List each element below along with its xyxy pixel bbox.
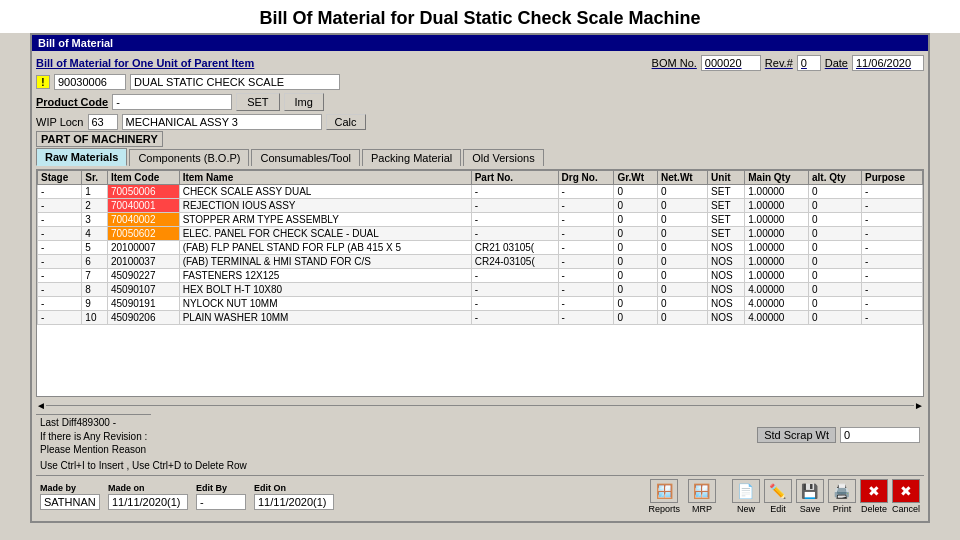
product-code-label: Product Code [36,96,108,108]
table-row[interactable]: -470050602ELEC. PANEL FOR CHECK SCALE - … [38,227,923,241]
table-row[interactable]: -620100037(FAB) TERMINAL & HMI STAND FOR… [38,255,923,269]
edit-on-label: Edit On [254,483,334,493]
tab-packing[interactable]: Packing Material [362,149,461,166]
tab-consumables[interactable]: Consumables/Tool [251,149,360,166]
cell-alt_qty: 0 [809,297,862,311]
print-label: Print [833,504,852,514]
edit-on-input[interactable] [254,494,334,510]
rev-input[interactable] [797,55,821,71]
cell-net_wt: 0 [658,311,708,325]
reports-label: Reports [648,504,680,514]
table-row[interactable]: -270040001REJECTION IOUS ASSY--00SET1.00… [38,199,923,213]
wip-description-input[interactable] [122,114,322,130]
tab-old-versions[interactable]: Old Versions [463,149,543,166]
cell-net_wt: 0 [658,297,708,311]
warning-icon: ! [36,75,50,89]
cell-sr: 3 [82,213,108,227]
scroll-right-icon[interactable]: ► [914,400,924,411]
bom-header-row: Bill of Material for One Unit of Parent … [36,55,924,71]
img-button[interactable]: Img [284,93,324,111]
new-button[interactable]: 📄 New [732,479,760,514]
cell-unit: NOS [708,269,745,283]
cell-sr: 4 [82,227,108,241]
cell-net_wt: 0 [658,269,708,283]
table-row[interactable]: -370040002STOPPER ARM TYPE ASSEMBLY--00S… [38,213,923,227]
scroll-left-icon[interactable]: ◄ [36,400,46,411]
bom-header-link[interactable]: Bill of Material for One Unit of Parent … [36,57,254,69]
set-button[interactable]: SET [236,93,279,111]
cell-drg_no: - [558,311,614,325]
cell-drg_no: - [558,241,614,255]
std-scrap-input[interactable] [840,427,920,443]
mrp-icon: 🪟 [688,479,716,503]
edit-icon: ✏️ [764,479,792,503]
cell-main_qty: 4.00000 [745,297,809,311]
product-code-input[interactable] [54,74,126,90]
table-row[interactable]: -170050006CHECK SCALE ASSY DUAL--00SET1.… [38,185,923,199]
tab-raw-materials[interactable]: Raw Materials [36,148,127,166]
table-row[interactable]: -520100007(FAB) FLP PANEL STAND FOR FLP … [38,241,923,255]
cell-item_code: 70050602 [107,227,179,241]
date-input[interactable] [852,55,924,71]
made-on-group: Made on [108,483,188,510]
bom-table-container[interactable]: Stage Sr. Item Code Item Name Part No. D… [36,169,924,397]
table-row[interactable]: -945090191NYLOCK NUT 10MM--00NOS4.000000… [38,297,923,311]
cell-main_qty: 4.00000 [745,311,809,325]
table-row[interactable]: -1045090206PLAIN WASHER 10MM--00NOS4.000… [38,311,923,325]
made-on-input[interactable] [108,494,188,510]
cancel-button[interactable]: ✖ Cancel [892,479,920,514]
cell-item_code: 70040001 [107,199,179,213]
made-by-input[interactable] [40,494,100,510]
reports-button[interactable]: 🪟 Reports [648,479,680,514]
cell-unit: NOS [708,297,745,311]
cell-main_qty: 1.00000 [745,269,809,283]
cell-alt_qty: 0 [809,255,862,269]
cell-item_name: ELEC. PANEL FOR CHECK SCALE - DUAL [179,227,471,241]
cell-item_name: HEX BOLT H-T 10X80 [179,283,471,297]
reports-icon: 🪟 [650,479,678,503]
delete-button[interactable]: ✖ Delete [860,479,888,514]
cell-net_wt: 0 [658,199,708,213]
wip-value-input[interactable] [88,114,118,130]
cell-part_no: CR24-03105( [471,255,558,269]
table-row[interactable]: -745090227FASTENERS 12X125--00NOS1.00000… [38,269,923,283]
cell-main_qty: 4.00000 [745,283,809,297]
edit-button[interactable]: ✏️ Edit [764,479,792,514]
cell-gr_wt: 0 [614,311,658,325]
cell-gr_wt: 0 [614,297,658,311]
product-name-input[interactable] [130,74,340,90]
cell-main_qty: 1.00000 [745,213,809,227]
bom-no-input[interactable] [701,55,761,71]
col-part-no: Part No. [471,171,558,185]
mrp-button[interactable]: 🪟 MRP [688,479,716,514]
col-main-qty: Main Qty [745,171,809,185]
tab-components[interactable]: Components (B.O.P) [129,149,249,166]
save-button[interactable]: 💾 Save [796,479,824,514]
cell-purpose: - [862,297,923,311]
col-sr: Sr. [82,171,108,185]
table-row[interactable]: -845090107HEX BOLT H-T 10X80--00NOS4.000… [38,283,923,297]
wip-row: WIP Locn Calc [36,114,924,130]
cell-drg_no: - [558,213,614,227]
product-dash-input[interactable] [112,94,232,110]
cell-drg_no: - [558,227,614,241]
date-label: Date [825,57,848,69]
wip-label: WIP Locn [36,116,84,128]
cell-sr: 9 [82,297,108,311]
save-label: Save [800,504,821,514]
cell-main_qty: 1.00000 [745,255,809,269]
cell-purpose: - [862,255,923,269]
cell-item_name: REJECTION IOUS ASSY [179,199,471,213]
cell-item_code: 45090191 [107,297,179,311]
delete-label: Delete [861,504,887,514]
calc-button[interactable]: Calc [326,114,366,130]
cell-item_name: PLAIN WASHER 10MM [179,311,471,325]
cell-item_name: NYLOCK NUT 10MM [179,297,471,311]
save-icon: 💾 [796,479,824,503]
edit-by-input[interactable] [196,494,246,510]
cell-part_no: - [471,213,558,227]
print-button[interactable]: 🖨️ Print [828,479,856,514]
tabs-row: Raw Materials Components (B.O.P) Consuma… [36,148,924,166]
cell-stage: - [38,185,82,199]
cell-alt_qty: 0 [809,269,862,283]
